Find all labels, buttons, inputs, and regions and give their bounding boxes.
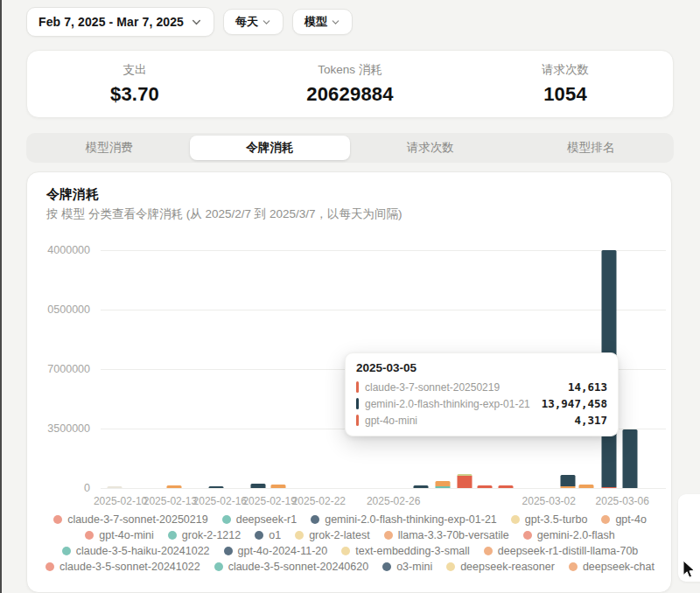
y-tick-label: 7000000 [47, 363, 90, 375]
toolbar: Feb 7, 2025 - Mar 7, 2025 每天 模型 [26, 7, 353, 37]
bar-2025-02-17[interactable] [251, 484, 266, 488]
bar-segment [251, 484, 266, 488]
legend-item-gemini-2.0-flash[interactable]: gemini-2.0-flash [523, 529, 615, 541]
stat-spend: 支出 $3.70 [27, 62, 242, 106]
legend-color-dot [53, 515, 62, 524]
series-color-marker [356, 381, 359, 393]
bar-2025-03-06[interactable] [623, 429, 638, 488]
bar-segment [578, 485, 593, 488]
tooltip-series-value: 14,613 [563, 380, 607, 394]
legend-item-llama-3.3-70b-versatile[interactable]: llama-3.3-70b-versatile [384, 529, 509, 541]
group-by-dropdown[interactable]: 模型 [292, 9, 353, 35]
bar-2025-02-08[interactable] [108, 486, 122, 488]
interval-label: 每天 [235, 14, 258, 30]
bar-2025-02-28[interactable] [498, 485, 513, 488]
legend-item-gpt-3.5-turbo[interactable]: gpt-3.5-turbo [511, 513, 588, 526]
legend-color-dot [446, 562, 455, 571]
x-tick-label: 2025-02-26 [367, 495, 420, 507]
tab-模型排名[interactable]: 模型排名 [511, 136, 672, 160]
bar-2025-02-25[interactable] [435, 481, 450, 488]
interval-dropdown[interactable]: 每天 [223, 9, 284, 35]
legend-item-gpt-4o[interactable]: gpt-4o [601, 513, 646, 526]
bar-2025-02-13[interactable] [166, 485, 181, 488]
bar-2025-02-27[interactable] [477, 485, 492, 488]
legend-color-dot [601, 515, 610, 524]
stat-tokens-label: Tokens 消耗 [242, 62, 458, 78]
group-by-label: 模型 [304, 14, 327, 30]
gridline [101, 488, 666, 489]
tooltip-row: gpt-4o-mini4,317 [356, 414, 607, 427]
legend-color-dot [511, 515, 520, 524]
y-tick-label: 3500000 [47, 422, 90, 435]
gridline [101, 250, 666, 251]
legend-label: claude-3-5-sonnet-20240620 [228, 561, 369, 573]
tooltip-series-name: gemini-2.0-flash-thinking-exp-01-21 [365, 398, 530, 410]
legend-color-dot [341, 547, 350, 555]
tooltip-date: 2025-03-05 [356, 361, 607, 374]
bar-2025-02-24[interactable] [413, 485, 428, 488]
legend-color-dot [168, 531, 177, 540]
x-axis-labels: 2025-02-102025-02-132025-02-162025-02-19… [101, 495, 666, 509]
legend-label: deepseek-reasoner [460, 561, 555, 573]
legend-item-deepseek-r1[interactable]: deepseek-r1 [222, 513, 298, 526]
tooltip-series-value: 13,947,458 [536, 397, 607, 410]
legend-item-deepseek-chat[interactable]: deepseek-chat [569, 561, 654, 573]
legend-item-deepseek-r1-distill-llama-70b[interactable]: deepseek-r1-distill-llama-70b [484, 545, 639, 557]
legend-label: o1 [269, 529, 281, 541]
chevron-down-icon [331, 17, 340, 27]
legend-label: grok-2-latest [309, 529, 369, 541]
legend-color-dot [214, 562, 223, 571]
y-tick-label: 0500000 [47, 303, 90, 316]
legend-item-o3-mini[interactable]: o3-mini [382, 561, 432, 573]
legend-item-claude-3-5-sonnet-20241022[interactable]: claude-3-5-sonnet-20241022 [46, 561, 200, 573]
panel-subtitle: 按 模型 分类查看令牌消耗 (从 2025/2/7 到 2025/3/7，以每天… [46, 206, 402, 222]
legend-label: gemini-2.0-flash [537, 529, 615, 541]
tooltip-series-value: 4,317 [569, 414, 607, 427]
x-tick-label: 2025-03-02 [522, 495, 576, 507]
stat-spend-label: 支出 [27, 62, 242, 78]
legend-item-grok-2-latest[interactable]: grok-2-latest [295, 529, 369, 541]
legend-label: gpt-4o-2024-11-20 [238, 545, 328, 557]
legend-item-claude-3-5-haiku-20241022[interactable]: claude-3-5-haiku-20241022 [62, 545, 210, 557]
stat-spend-value: $3.70 [27, 83, 242, 106]
legend-color-dot [311, 515, 319, 524]
bar-2025-02-18[interactable] [271, 485, 286, 488]
legend-item-claude-3-5-sonnet-20240620[interactable]: claude-3-5-sonnet-20240620 [214, 561, 369, 573]
bar-2025-02-15[interactable] [208, 486, 223, 488]
legend-color-dot [62, 547, 71, 555]
legend-item-deepseek-reasoner[interactable]: deepseek-reasoner [446, 561, 555, 573]
legend-color-dot [85, 531, 94, 540]
chevron-down-icon [262, 17, 271, 27]
legend-row: claude-3-5-sonnet-20241022claude-3-5-son… [36, 561, 664, 573]
legend-item-text-embedding-3-small[interactable]: text-embedding-3-small [341, 545, 470, 557]
bar-2025-02-26[interactable] [458, 474, 472, 488]
y-tick-label: 4000000 [47, 244, 90, 256]
legend-item-grok-2-1212[interactable]: grok-2-1212 [168, 529, 241, 541]
legend-color-dot [382, 562, 391, 571]
bar-segment [623, 429, 638, 488]
series-color-marker [356, 398, 359, 409]
legend-item-gpt-4o-mini[interactable]: gpt-4o-mini [85, 529, 154, 541]
legend-label: grok-2-1212 [182, 529, 241, 541]
bar-2025-03-03[interactable] [578, 485, 593, 488]
tab-令牌消耗[interactable]: 令牌消耗 [190, 136, 351, 160]
metric-tabbar: 模型消费令牌消耗请求次数模型排名 [26, 133, 674, 163]
legend-row: gpt-4o-minigrok-2-1212o1grok-2-latestlla… [36, 529, 664, 541]
stat-requests: 请求次数 1054 [458, 62, 673, 106]
legend-color-dot [484, 547, 493, 555]
bar-2025-03-02[interactable] [560, 475, 575, 488]
x-tick-label: 2025-03-06 [596, 495, 649, 507]
legend-item-gemini-2.0-flash-thinking-exp-01-21[interactable]: gemini-2.0-flash-thinking-exp-01-21 [311, 513, 497, 526]
legend-item-gpt-4o-2024-11-20[interactable]: gpt-4o-2024-11-20 [224, 545, 328, 557]
legend-label: deepseek-r1 [236, 513, 298, 526]
legend-item-o1[interactable]: o1 [255, 529, 281, 541]
legend-item-claude-3-7-sonnet-20250219[interactable]: claude-3-7-sonnet-20250219 [53, 513, 208, 526]
legend-label: o3-mini [396, 561, 432, 573]
tab-请求次数[interactable]: 请求次数 [350, 136, 511, 160]
legend-label: claude-3-5-haiku-20241022 [76, 545, 210, 557]
legend-color-dot [295, 531, 304, 540]
tab-模型消费[interactable]: 模型消费 [29, 136, 190, 160]
bar-segment [560, 486, 575, 488]
chevron-down-icon [191, 17, 202, 28]
date-range-picker[interactable]: Feb 7, 2025 - Mar 7, 2025 [26, 7, 214, 37]
